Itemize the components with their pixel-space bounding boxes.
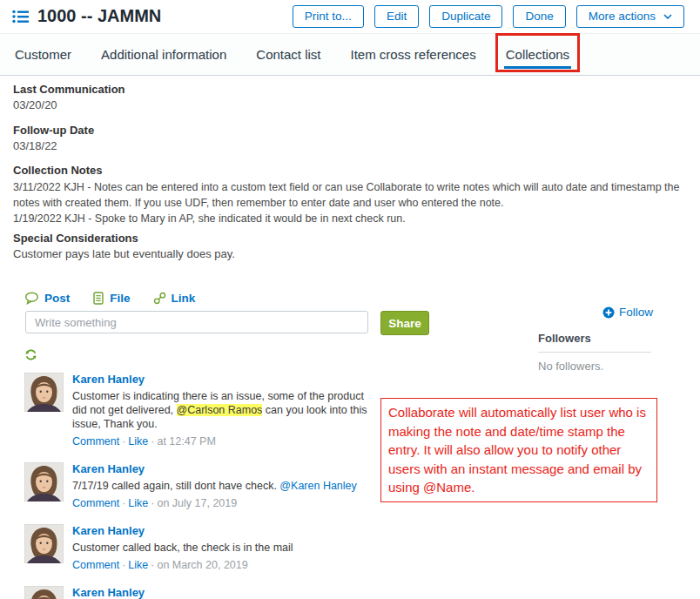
more-actions-button[interactable]: More actions — [576, 5, 684, 28]
link-action[interactable]: Link — [153, 292, 196, 305]
chain-link-icon — [153, 292, 166, 305]
collection-notes-text: 3/11/2022 KJH - Notes can be entered int… — [13, 179, 694, 226]
tab-customer[interactable]: Customer — [13, 40, 73, 69]
tab-bar: Customer Additional information Contact … — [0, 33, 700, 76]
page-title: 1000 -- JAMMN — [37, 6, 161, 26]
refresh-icon[interactable] — [24, 348, 37, 361]
comment-timestamp: on July 17, 2019 — [157, 497, 237, 509]
avatar[interactable] — [24, 586, 64, 599]
follow-up-date-label: Follow-up Date — [13, 124, 94, 137]
write-something-input[interactable] — [25, 311, 368, 333]
header-actions: Print to... Edit Duplicate Done More act… — [293, 5, 684, 28]
collaborate-section: Post File — [0, 287, 700, 599]
last-communication-label: Last Communication — [13, 83, 125, 96]
no-followers-text: No followers. — [538, 360, 603, 373]
comment-feed: Karen Hanley Customer is indicating ther… — [24, 373, 381, 599]
follow-link[interactable]: Follow — [602, 306, 653, 319]
comment-item-4: Karen Hanley Called customer 3/20/19 reg… — [24, 586, 381, 599]
document-icon — [92, 292, 104, 305]
composer-actions: Post File — [24, 292, 195, 305]
post-action[interactable]: Post — [24, 292, 70, 305]
comment-timestamp: on March 20, 2019 — [157, 559, 247, 571]
like-link[interactable]: Like — [128, 435, 148, 448]
comment-link[interactable]: Comment — [72, 435, 119, 448]
tab-contact-list[interactable]: Contact list — [254, 40, 322, 69]
edit-button[interactable]: Edit — [374, 5, 419, 28]
tab-additional-information[interactable]: Additional information — [99, 40, 228, 69]
tab-item-cross-references[interactable]: Item cross references — [349, 40, 478, 69]
tab-collections[interactable]: Collections — [504, 40, 571, 69]
annotation-note: Collaborate will automatically list user… — [380, 398, 657, 502]
like-link[interactable]: Like — [128, 497, 148, 509]
comment-text: Customer is indicating there is an issue… — [72, 389, 379, 431]
header-bar: 1000 -- JAMMN Print to... Edit Duplicate… — [0, 0, 700, 32]
comment-text: Customer called back, the check is in th… — [72, 541, 293, 555]
comment-item-1: Karen Hanley Customer is indicating ther… — [24, 373, 381, 448]
avatar[interactable] — [24, 524, 64, 563]
comment-author-link[interactable]: Karen Hanley — [72, 524, 293, 538]
speech-bubble-icon — [24, 292, 39, 305]
mention-highlight: @Carlson Ramos — [177, 404, 263, 416]
like-link[interactable]: Like — [128, 559, 148, 571]
comment-item-2: Karen Hanley 7/17/19 called again, still… — [24, 462, 381, 510]
list-icon[interactable] — [12, 10, 29, 24]
comment-link[interactable]: Comment — [72, 559, 119, 571]
customer-record-page: 1000 -- JAMMN Print to... Edit Duplicate… — [0, 0, 700, 599]
special-considerations-text: Customer pays late but eventually does p… — [13, 247, 235, 260]
chevron-down-icon — [663, 14, 672, 19]
mention-link[interactable]: @Karen Hanley — [279, 480, 356, 492]
duplicate-button[interactable]: Duplicate — [429, 5, 502, 28]
plus-circle-icon — [602, 306, 615, 319]
collection-notes-label: Collection Notes — [13, 164, 103, 177]
comment-meta: Comment·Like·at 12:47 PM — [72, 434, 379, 448]
special-considerations-label: Special Considerations — [13, 232, 138, 245]
avatar[interactable] — [24, 462, 64, 501]
followers-title: Followers — [538, 332, 591, 345]
comment-author-link[interactable]: Karen Hanley — [72, 373, 379, 387]
comment-timestamp: at 12:47 PM — [157, 435, 215, 448]
comment-meta: Comment·Like·on March 20, 2019 — [72, 558, 293, 572]
comment-item-3: Karen Hanley Customer called back, the c… — [24, 524, 381, 572]
comment-author-link[interactable]: Karen Hanley — [72, 462, 357, 476]
followers-divider — [538, 352, 651, 353]
avatar[interactable] — [24, 373, 64, 412]
share-button[interactable]: Share — [380, 311, 429, 335]
last-communication-value: 03/20/20 — [13, 98, 57, 111]
comment-text: 7/17/19 called again, still dont have ch… — [72, 479, 357, 493]
comment-link[interactable]: Comment — [72, 497, 119, 509]
print-to-button[interactable]: Print to... — [293, 5, 364, 28]
done-button[interactable]: Done — [513, 5, 565, 28]
comment-meta: Comment·Like·on July 17, 2019 — [72, 496, 357, 510]
file-action[interactable]: File — [92, 292, 130, 305]
comment-author-link[interactable]: Karen Hanley — [72, 586, 379, 599]
follow-up-date-value: 03/18/22 — [13, 139, 57, 152]
